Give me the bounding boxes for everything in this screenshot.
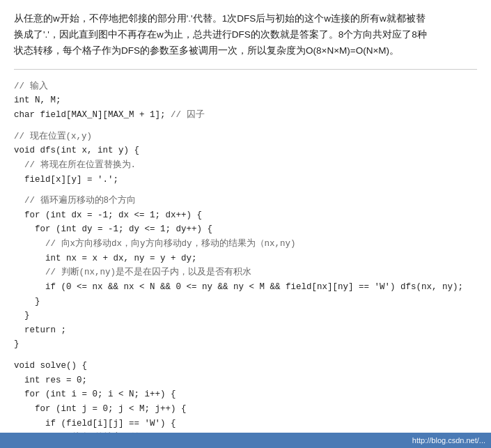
code-line: } [14, 295, 477, 309]
code-line: int N, M; [14, 93, 477, 108]
code-line: char field[MAX_N][MAX_M + 1]; // 囚子 [14, 108, 477, 123]
code-line: } [14, 337, 477, 352]
code-line: void solve() { [14, 359, 477, 373]
desc-line2: 换成了'.'，因此直到图中不再存在w为止，总共进行DFS的次数就是答案了。8个方… [14, 29, 427, 40]
code-line: // 循环遍历移动的8个方向 [14, 194, 477, 208]
desc-line1: 从任意的w开始，不停地把邻接的部分用'.'代替。1次DFS后与初始的这个w连接的… [14, 13, 426, 24]
code-line: for (int j = 0; j < M; j++) { [14, 402, 477, 417]
code-line: if (field[i][j] == 'W') { [14, 417, 477, 431]
code-line: // 向x方向移动dx，向y方向移动dy，移动的结果为（nx,ny) [14, 237, 477, 252]
code-line: // 将现在所在位置替换为. [14, 158, 477, 173]
code-line [14, 123, 477, 130]
code-line: for (int i = 0; i < N; i++) { [14, 387, 477, 402]
footer-text: http://blog.csdn.net/... [412, 436, 485, 445]
code-line: // 现在位置(x,y) [14, 130, 477, 144]
footer-bar: http://blog.csdn.net/... [0, 433, 491, 448]
code-block: // 输入int N, M;char field[MAX_N][MAX_M + … [14, 77, 477, 448]
code-line: int nx = x + dx, ny = y + dy; [14, 252, 477, 266]
code-line: void dfs(int x, int y) { [14, 144, 477, 158]
code-line [14, 352, 477, 359]
desc-line3: 状态转移，每个格子作为DFS的参数至多被调用一次，所以复杂度为O(8×N×M)=… [14, 45, 399, 56]
description-text: 从任意的w开始，不停地把邻接的部分用'.'代替。1次DFS后与初始的这个w连接的… [14, 11, 477, 59]
code-line: } [14, 309, 477, 323]
code-line: field[x][y] = '.'; [14, 173, 477, 187]
code-line [14, 187, 477, 194]
code-line: // 输入 [14, 79, 477, 94]
code-line: return ; [14, 323, 477, 338]
code-line: // 判断(nx,ny)是不是在囚子内，以及是否有积水 [14, 265, 477, 280]
code-line: int res = 0; [14, 373, 477, 388]
code-line: if (0 <= nx && nx < N && 0 <= ny && ny <… [14, 280, 477, 295]
divider [14, 69, 477, 70]
code-line: for (int dx = -1; dx <= 1; dx++) { [14, 208, 477, 223]
code-line: for (int dy = -1; dy <= 1; dy++) { [14, 222, 477, 237]
page-container: 从任意的w开始，不停地把邻接的部分用'.'代替。1次DFS后与初始的这个w连接的… [0, 0, 491, 448]
